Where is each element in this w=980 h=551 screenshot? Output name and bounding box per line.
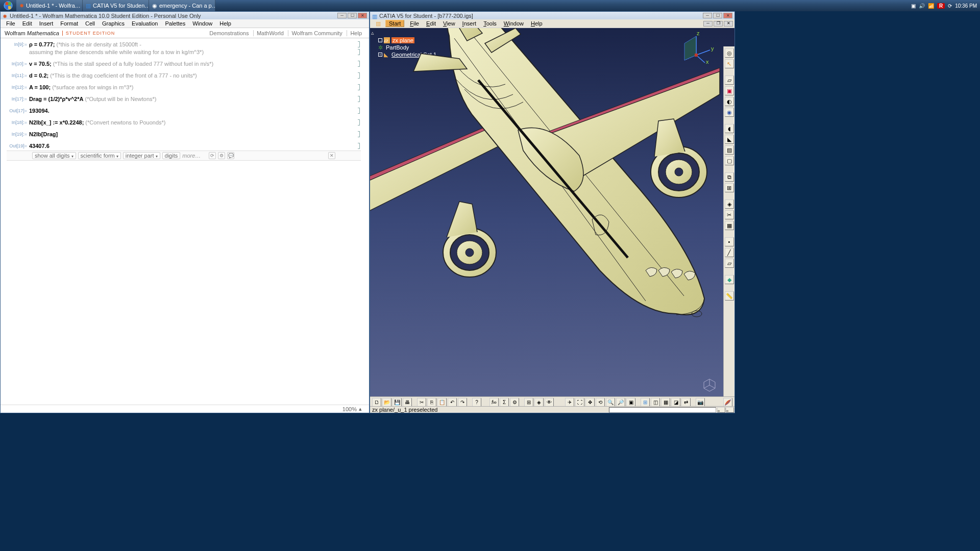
rotate-gizmo-icon[interactable] xyxy=(702,377,717,392)
menu-view[interactable]: View xyxy=(439,20,459,27)
minimize-button[interactable]: ─ xyxy=(337,13,347,18)
hide-icon[interactable]: ◪ xyxy=(671,398,680,407)
hole-icon[interactable]: ◉ xyxy=(725,108,734,117)
material-icon[interactable]: ◆ xyxy=(725,275,734,284)
suggest-showall[interactable]: show all digits ▾ xyxy=(32,152,76,159)
cell-content[interactable]: N2lb[x_] := x*0.2248; (*Convert newtons … xyxy=(27,119,361,126)
menu-evaluation[interactable]: Evaluation xyxy=(128,20,161,27)
suggest-scientific[interactable]: scientific form ▾ xyxy=(78,152,121,159)
pointer-icon[interactable]: ↖ xyxy=(725,59,734,68)
link-mathworld[interactable]: MathWorld xyxy=(253,30,287,36)
cell-bracket-icon[interactable] xyxy=(358,84,360,90)
fitall-icon[interactable]: ⛶ xyxy=(575,398,584,407)
cut-icon[interactable]: ✂ xyxy=(417,398,426,407)
formula-icon[interactable]: Σ xyxy=(500,398,509,407)
notebook-cell[interactable]: In[19]:= N2lb[Drag] xyxy=(7,131,361,137)
shading-icon[interactable]: ▦ xyxy=(661,398,670,407)
normal-icon[interactable]: ▣ xyxy=(626,398,635,407)
render-icon[interactable]: ◈ xyxy=(534,398,544,407)
new-icon[interactable]: 🗋 xyxy=(372,398,381,407)
cell-bracket-icon[interactable] xyxy=(358,143,360,149)
pattern-icon[interactable]: ⊞ xyxy=(725,183,734,192)
draft-icon[interactable]: ▨ xyxy=(725,145,734,155)
cell-bracket-icon[interactable] xyxy=(358,96,360,102)
zoom-level[interactable]: 100% xyxy=(342,406,357,412)
start-orb[interactable] xyxy=(0,0,16,11)
cell-bracket-icon[interactable] xyxy=(358,72,360,79)
fx-icon[interactable]: f∞ xyxy=(489,398,499,407)
notebook-cell[interactable]: In[11]:= d = 0.2; (*This is the drag coe… xyxy=(7,72,361,79)
cell-bracket-icon[interactable] xyxy=(358,49,360,55)
taskbar-item-catia[interactable]: ▥CATIA V5 for Studen… xyxy=(83,0,149,11)
notebook-cell[interactable]: Out[19]= 43407.6 xyxy=(7,143,361,149)
cell-content[interactable]: d = 0.2; (*This is the drag coeficient o… xyxy=(27,72,361,79)
plane-icon[interactable]: ▱ xyxy=(725,259,734,268)
maximize-button[interactable]: ☐ xyxy=(348,13,357,18)
revolve-icon[interactable]: ◐ xyxy=(725,97,734,106)
menu-insert[interactable]: Insert xyxy=(36,20,57,27)
menu-graphics[interactable]: Graphics xyxy=(99,20,128,27)
menu-edit[interactable]: Edit xyxy=(423,20,439,27)
taskbar-item-mathematica[interactable]: ✹Untitled-1 * - Wolfra… xyxy=(16,0,83,11)
measure-icon[interactable]: 📏 xyxy=(725,291,734,300)
suggest-digits[interactable]: digits xyxy=(162,152,181,159)
menu-format[interactable]: Format xyxy=(57,20,82,27)
menu-window[interactable]: Window xyxy=(189,20,216,27)
doc-restore-button[interactable]: ❐ xyxy=(714,21,723,27)
maximize-button[interactable]: ☐ xyxy=(713,13,722,18)
cell-content[interactable]: 193094. xyxy=(27,108,361,114)
cell-bracket-icon[interactable] xyxy=(358,119,360,126)
fly-icon[interactable]: ✈ xyxy=(565,398,574,407)
split-icon[interactable]: ✂ xyxy=(725,210,734,219)
cell-bracket-icon[interactable] xyxy=(358,108,360,114)
airplane-model[interactable] xyxy=(370,28,732,344)
mirror-icon[interactable]: ⧉ xyxy=(725,172,734,182)
close-suggest-icon[interactable]: ✕ xyxy=(328,152,335,159)
close-button[interactable]: ✕ xyxy=(723,13,732,18)
undo-icon[interactable]: ↶ xyxy=(448,398,457,407)
gear-icon[interactable]: ⚙ xyxy=(218,152,225,159)
menu-start[interactable]: Start xyxy=(385,20,404,27)
cell-content[interactable]: Drag = (1/2)*ρ*v^2*A (*Output will be in… xyxy=(27,96,361,102)
catia-titlebar[interactable]: ▥ CATIA V5 for Student - [b777-200.igs] … xyxy=(370,12,734,19)
cell-content[interactable]: assuming the plane descends while while … xyxy=(27,49,361,55)
comment-icon[interactable]: 💬 xyxy=(227,152,234,159)
mathematica-titlebar[interactable]: ✹ Untitled-1 * - Wolfram Mathematica 10.… xyxy=(1,12,369,19)
link-community[interactable]: Wolfram Community xyxy=(288,30,345,36)
link-demonstrations[interactable]: Demonstrations xyxy=(206,30,252,36)
thick-icon[interactable]: ▦ xyxy=(725,221,734,230)
copy-icon[interactable]: ⎘ xyxy=(427,398,436,407)
suggest-integer[interactable]: integer part ▾ xyxy=(123,152,160,159)
pan-icon[interactable]: ✥ xyxy=(585,398,595,407)
notebook-cell[interactable]: In[17]:= Drag = (1/2)*ρ*v^2*A (*Output w… xyxy=(7,96,361,102)
suggest-more[interactable]: more… xyxy=(182,153,201,159)
doc-minimize-button[interactable]: ─ xyxy=(703,21,713,27)
save-icon[interactable]: 💾 xyxy=(393,398,402,407)
capture-icon[interactable]: 📷 xyxy=(696,398,705,407)
cell-content[interactable]: 43407.6 xyxy=(27,143,361,149)
status-btn1[interactable]: ▫ xyxy=(717,407,725,413)
cell-content[interactable]: v = 70.5; (*This is the stall speed of a… xyxy=(27,61,361,67)
menu-palettes[interactable]: Palettes xyxy=(161,20,189,27)
status-btn2[interactable]: ▫ xyxy=(726,407,734,413)
notebook-cell[interactable]: Out[17]= 193094. xyxy=(7,108,361,114)
view-icon[interactable]: 👁 xyxy=(545,398,554,407)
menu-file[interactable]: File xyxy=(406,20,423,27)
taskbar-item-chrome[interactable]: ◉emergency - Can a p… xyxy=(149,0,215,11)
paste-icon[interactable]: 📋 xyxy=(437,398,447,407)
zoomout-icon[interactable]: 🔎 xyxy=(616,398,625,407)
print-icon[interactable]: 🖶 xyxy=(403,398,412,407)
catia-viewport[interactable]: ▵ -▱zx plane ✲PartBody +◣Geometrical Set… xyxy=(370,28,734,413)
rotate-icon[interactable]: ⟲ xyxy=(596,398,605,407)
menu-window[interactable]: Window xyxy=(500,20,527,27)
menu-help[interactable]: Help xyxy=(527,20,546,27)
whatsthis-icon[interactable]: ? xyxy=(472,398,481,407)
command-input[interactable] xyxy=(609,407,716,413)
swap-icon[interactable]: ⇄ xyxy=(681,398,691,407)
open-icon[interactable]: 📂 xyxy=(382,398,391,407)
pad-icon[interactable]: ▣ xyxy=(725,86,734,95)
zoom-chevron-icon[interactable]: ▴ xyxy=(359,406,362,412)
cell-content[interactable]: ρ = 0.777; (*this is the air density at … xyxy=(27,41,361,47)
refresh-icon[interactable]: ⟳ xyxy=(209,152,216,159)
compass-icon[interactable]: ◎ xyxy=(725,48,734,58)
